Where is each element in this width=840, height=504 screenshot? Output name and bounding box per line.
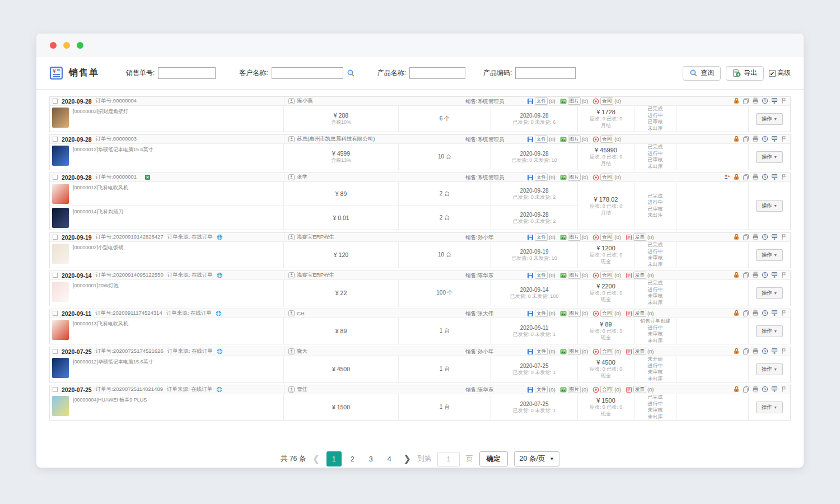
print-icon[interactable] bbox=[752, 174, 759, 180]
monitor-icon[interactable] bbox=[771, 234, 778, 240]
query-button[interactable]: 查询 bbox=[683, 66, 721, 81]
action-dropdown-button[interactable]: 操作 ▼ bbox=[756, 151, 783, 163]
action-dropdown-button[interactable]: 操作 ▼ bbox=[756, 363, 783, 375]
order-checkbox[interactable] bbox=[53, 99, 58, 104]
badge-contract[interactable]: 合同(0) bbox=[592, 386, 621, 393]
product-image[interactable] bbox=[52, 108, 69, 128]
badge-image[interactable]: 图片(0) bbox=[560, 310, 589, 317]
customer-search-icon[interactable] bbox=[347, 69, 355, 77]
lock-icon[interactable] bbox=[733, 174, 740, 180]
badge-contract[interactable]: 合同(0) bbox=[592, 174, 621, 181]
print-icon[interactable] bbox=[752, 234, 759, 240]
badge-image[interactable]: 图片(0) bbox=[560, 348, 589, 355]
contract-icon[interactable] bbox=[592, 348, 599, 355]
action-dropdown-button[interactable]: 操作 ▼ bbox=[756, 200, 783, 212]
order-checkbox[interactable] bbox=[53, 273, 58, 278]
badge-invoice[interactable]: 发票(0) bbox=[626, 234, 654, 241]
print-icon[interactable] bbox=[752, 272, 759, 278]
close-window-icon[interactable] bbox=[50, 42, 57, 49]
image-icon[interactable] bbox=[560, 174, 567, 181]
badge-file[interactable]: 文件(0) bbox=[527, 272, 556, 279]
monitor-icon[interactable] bbox=[771, 348, 778, 354]
monitor-icon[interactable] bbox=[771, 174, 778, 180]
advanced-checkbox[interactable]: ✔ bbox=[769, 70, 776, 77]
copy-icon[interactable] bbox=[743, 234, 749, 240]
badge-contract[interactable]: 合同(0) bbox=[592, 136, 621, 143]
file-icon[interactable] bbox=[527, 310, 534, 317]
clock-icon[interactable] bbox=[762, 234, 768, 240]
image-icon[interactable] bbox=[560, 98, 567, 105]
copy-icon[interactable] bbox=[743, 174, 749, 180]
badge-contract[interactable]: 合同(0) bbox=[592, 234, 621, 241]
flag-icon[interactable] bbox=[781, 97, 787, 104]
order-checkbox[interactable] bbox=[53, 349, 58, 354]
order-checkbox[interactable] bbox=[53, 235, 58, 240]
product-image[interactable] bbox=[52, 396, 69, 416]
globe-icon[interactable] bbox=[216, 310, 222, 316]
badge-contract[interactable]: 合同(0) bbox=[592, 348, 621, 355]
flag-icon[interactable] bbox=[781, 136, 787, 142]
globe-icon[interactable] bbox=[217, 272, 223, 278]
action-dropdown-button[interactable]: 操作 ▼ bbox=[756, 113, 783, 125]
product-image[interactable] bbox=[52, 320, 69, 340]
customer-name-input[interactable] bbox=[272, 67, 343, 79]
flag-icon[interactable] bbox=[781, 310, 787, 316]
flag-icon[interactable] bbox=[781, 234, 787, 240]
flag-icon[interactable] bbox=[781, 272, 787, 278]
product-image[interactable] bbox=[52, 244, 69, 264]
copy-icon[interactable] bbox=[743, 97, 749, 104]
image-icon[interactable] bbox=[560, 272, 567, 279]
image-icon[interactable] bbox=[560, 386, 567, 393]
badge-invoice[interactable]: 发票(0) bbox=[626, 310, 654, 317]
badge-contract[interactable]: 合同(0) bbox=[592, 272, 621, 279]
copy-icon[interactable] bbox=[743, 348, 749, 354]
product-image[interactable] bbox=[52, 282, 69, 302]
confirm-page-button[interactable]: 确定 bbox=[479, 451, 508, 466]
contract-icon[interactable] bbox=[592, 272, 599, 279]
monitor-icon[interactable] bbox=[771, 310, 778, 316]
image-icon[interactable] bbox=[560, 310, 567, 317]
product-image[interactable] bbox=[52, 184, 69, 204]
action-dropdown-button[interactable]: 操作 ▼ bbox=[756, 287, 783, 299]
clock-icon[interactable] bbox=[762, 386, 768, 393]
badge-file[interactable]: 文件(0) bbox=[527, 234, 556, 241]
monitor-icon[interactable] bbox=[771, 386, 778, 393]
badge-invoice[interactable]: 发票(0) bbox=[626, 386, 654, 393]
product-code-input[interactable] bbox=[515, 67, 576, 79]
badge-contract[interactable]: 合同(0) bbox=[592, 97, 621, 105]
image-icon[interactable] bbox=[560, 234, 567, 241]
file-icon[interactable] bbox=[527, 386, 534, 393]
lock-icon[interactable] bbox=[733, 348, 740, 354]
badge-invoice[interactable]: 发票(0) bbox=[626, 348, 654, 355]
invoice-icon[interactable] bbox=[626, 310, 632, 317]
print-icon[interactable] bbox=[752, 136, 759, 142]
badge-file[interactable]: 文件(0) bbox=[527, 174, 556, 181]
badge-file[interactable]: 文件(0) bbox=[527, 136, 556, 143]
product-image[interactable] bbox=[52, 358, 69, 378]
action-dropdown-button[interactable]: 操作 ▼ bbox=[756, 249, 783, 261]
globe-icon[interactable] bbox=[216, 386, 222, 393]
clock-icon[interactable] bbox=[762, 174, 768, 180]
order-checkbox[interactable] bbox=[53, 175, 58, 180]
excel-icon[interactable] bbox=[144, 174, 151, 180]
file-icon[interactable] bbox=[527, 174, 534, 181]
clock-icon[interactable] bbox=[762, 136, 768, 142]
product-name-input[interactable] bbox=[409, 67, 465, 79]
badge-image[interactable]: 图片(0) bbox=[560, 272, 589, 279]
lock-icon[interactable] bbox=[733, 272, 740, 278]
lock-icon[interactable] bbox=[733, 97, 740, 104]
contract-icon[interactable] bbox=[592, 98, 599, 105]
contract-icon[interactable] bbox=[592, 234, 599, 241]
copy-icon[interactable] bbox=[743, 310, 749, 316]
clock-icon[interactable] bbox=[762, 272, 768, 278]
flag-icon[interactable] bbox=[781, 386, 787, 393]
order-checkbox[interactable] bbox=[53, 387, 58, 392]
globe-icon[interactable] bbox=[217, 348, 223, 354]
file-icon[interactable] bbox=[527, 272, 534, 279]
clock-icon[interactable] bbox=[762, 348, 768, 354]
page-button-3[interactable]: 3 bbox=[363, 451, 379, 466]
copy-icon[interactable] bbox=[743, 386, 749, 393]
invoice-icon[interactable] bbox=[626, 386, 632, 393]
action-dropdown-button[interactable]: 操作 ▼ bbox=[756, 402, 783, 413]
flag-icon[interactable] bbox=[781, 174, 787, 180]
